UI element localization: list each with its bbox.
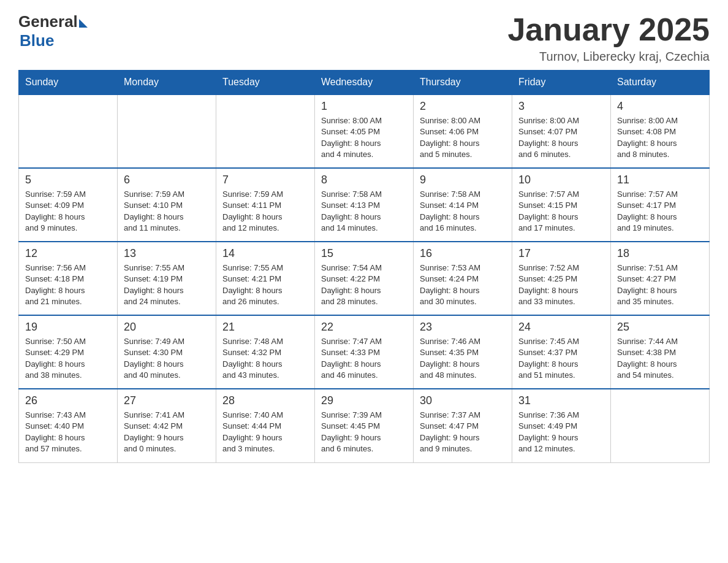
day-number: 18	[617, 247, 703, 260]
calendar-cell: 4Sunrise: 8:00 AM Sunset: 4:08 PM Daylig…	[611, 94, 710, 168]
calendar-cell: 16Sunrise: 7:53 AM Sunset: 4:24 PM Dayli…	[414, 242, 512, 315]
week-row-5: 26Sunrise: 7:43 AM Sunset: 4:40 PM Dayli…	[19, 389, 710, 462]
calendar-cell: 18Sunrise: 7:51 AM Sunset: 4:27 PM Dayli…	[611, 242, 710, 315]
day-info: Sunrise: 7:57 AM Sunset: 4:15 PM Dayligh…	[518, 189, 604, 234]
day-number: 6	[124, 174, 210, 186]
calendar-cell: 26Sunrise: 7:43 AM Sunset: 4:40 PM Dayli…	[19, 389, 118, 462]
day-info: Sunrise: 7:40 AM Sunset: 4:44 PM Dayligh…	[222, 410, 308, 454]
day-info: Sunrise: 7:48 AM Sunset: 4:32 PM Dayligh…	[222, 336, 308, 381]
calendar-cell	[118, 94, 216, 168]
logo-arrow-icon	[79, 19, 88, 28]
logo: General Blue	[18, 12, 88, 50]
title-section: January 2025 Turnov, Liberecky kraj, Cze…	[507, 12, 710, 64]
day-number: 28	[222, 394, 308, 407]
calendar-cell: 21Sunrise: 7:48 AM Sunset: 4:32 PM Dayli…	[216, 315, 315, 389]
day-number: 5	[25, 174, 111, 186]
day-number: 22	[321, 321, 407, 334]
day-info: Sunrise: 7:47 AM Sunset: 4:33 PM Dayligh…	[321, 336, 407, 381]
calendar-cell: 13Sunrise: 7:55 AM Sunset: 4:19 PM Dayli…	[118, 242, 216, 315]
calendar-cell: 12Sunrise: 7:56 AM Sunset: 4:18 PM Dayli…	[19, 242, 118, 315]
day-info: Sunrise: 7:37 AM Sunset: 4:47 PM Dayligh…	[420, 410, 506, 454]
page-header: General Blue January 2025 Turnov, Libere…	[18, 12, 710, 64]
calendar-cell: 9Sunrise: 7:58 AM Sunset: 4:14 PM Daylig…	[414, 168, 512, 242]
day-info: Sunrise: 7:52 AM Sunset: 4:25 PM Dayligh…	[518, 262, 604, 307]
logo-general-text: General	[18, 12, 78, 31]
calendar-cell: 29Sunrise: 7:39 AM Sunset: 4:45 PM Dayli…	[315, 389, 414, 462]
calendar-cell: 1Sunrise: 8:00 AM Sunset: 4:05 PM Daylig…	[315, 94, 414, 168]
calendar-cell	[19, 94, 118, 168]
col-header-friday: Friday	[512, 71, 611, 95]
day-info: Sunrise: 7:51 AM Sunset: 4:27 PM Dayligh…	[617, 262, 703, 307]
calendar-cell: 14Sunrise: 7:55 AM Sunset: 4:21 PM Dayli…	[216, 242, 315, 315]
day-number: 26	[25, 394, 111, 407]
day-info: Sunrise: 7:44 AM Sunset: 4:38 PM Dayligh…	[617, 336, 703, 381]
day-number: 12	[25, 247, 111, 260]
calendar-cell: 28Sunrise: 7:40 AM Sunset: 4:44 PM Dayli…	[216, 389, 315, 462]
col-header-thursday: Thursday	[414, 71, 512, 95]
day-info: Sunrise: 7:50 AM Sunset: 4:29 PM Dayligh…	[25, 336, 111, 381]
col-header-tuesday: Tuesday	[216, 71, 315, 95]
day-info: Sunrise: 8:00 AM Sunset: 4:08 PM Dayligh…	[617, 115, 703, 160]
day-number: 31	[518, 394, 604, 407]
day-number: 9	[420, 174, 506, 186]
col-header-sunday: Sunday	[19, 71, 118, 95]
day-number: 24	[518, 321, 604, 334]
day-info: Sunrise: 7:49 AM Sunset: 4:30 PM Dayligh…	[124, 336, 210, 381]
col-header-wednesday: Wednesday	[315, 71, 414, 95]
day-number: 19	[25, 321, 111, 334]
day-info: Sunrise: 7:56 AM Sunset: 4:18 PM Dayligh…	[25, 262, 111, 307]
calendar-cell: 31Sunrise: 7:36 AM Sunset: 4:49 PM Dayli…	[512, 389, 611, 462]
calendar-cell: 10Sunrise: 7:57 AM Sunset: 4:15 PM Dayli…	[512, 168, 611, 242]
calendar-cell: 8Sunrise: 7:58 AM Sunset: 4:13 PM Daylig…	[315, 168, 414, 242]
day-number: 23	[420, 321, 506, 334]
week-row-1: 1Sunrise: 8:00 AM Sunset: 4:05 PM Daylig…	[19, 94, 710, 168]
day-number: 25	[617, 321, 703, 334]
day-info: Sunrise: 7:43 AM Sunset: 4:40 PM Dayligh…	[25, 410, 111, 454]
calendar-header-row: SundayMondayTuesdayWednesdayThursdayFrid…	[19, 71, 710, 95]
calendar-cell	[216, 94, 315, 168]
day-number: 1	[321, 100, 407, 113]
day-number: 20	[124, 321, 210, 334]
day-info: Sunrise: 8:00 AM Sunset: 4:06 PM Dayligh…	[420, 115, 506, 160]
day-number: 2	[420, 100, 506, 113]
month-title: January 2025	[507, 12, 710, 47]
week-row-3: 12Sunrise: 7:56 AM Sunset: 4:18 PM Dayli…	[19, 242, 710, 315]
calendar-cell: 23Sunrise: 7:46 AM Sunset: 4:35 PM Dayli…	[414, 315, 512, 389]
day-info: Sunrise: 7:58 AM Sunset: 4:14 PM Dayligh…	[420, 189, 506, 234]
day-number: 17	[518, 247, 604, 260]
day-info: Sunrise: 7:36 AM Sunset: 4:49 PM Dayligh…	[518, 410, 604, 454]
day-number: 21	[222, 321, 308, 334]
calendar-cell: 27Sunrise: 7:41 AM Sunset: 4:42 PM Dayli…	[118, 389, 216, 462]
day-number: 27	[124, 394, 210, 407]
week-row-2: 5Sunrise: 7:59 AM Sunset: 4:09 PM Daylig…	[19, 168, 710, 242]
logo-blue-text: Blue	[20, 31, 54, 50]
day-info: Sunrise: 7:59 AM Sunset: 4:11 PM Dayligh…	[222, 189, 308, 234]
day-info: Sunrise: 7:55 AM Sunset: 4:21 PM Dayligh…	[222, 262, 308, 307]
calendar-cell: 6Sunrise: 7:59 AM Sunset: 4:10 PM Daylig…	[118, 168, 216, 242]
day-info: Sunrise: 8:00 AM Sunset: 4:07 PM Dayligh…	[518, 115, 604, 160]
day-info: Sunrise: 7:41 AM Sunset: 4:42 PM Dayligh…	[124, 410, 210, 454]
day-number: 3	[518, 100, 604, 113]
location-title: Turnov, Liberecky kraj, Czechia	[507, 50, 710, 64]
day-number: 4	[617, 100, 703, 113]
day-info: Sunrise: 7:54 AM Sunset: 4:22 PM Dayligh…	[321, 262, 407, 307]
day-info: Sunrise: 7:58 AM Sunset: 4:13 PM Dayligh…	[321, 189, 407, 234]
day-number: 29	[321, 394, 407, 407]
calendar-table: SundayMondayTuesdayWednesdayThursdayFrid…	[18, 70, 710, 463]
day-info: Sunrise: 7:53 AM Sunset: 4:24 PM Dayligh…	[420, 262, 506, 307]
day-info: Sunrise: 7:59 AM Sunset: 4:10 PM Dayligh…	[124, 189, 210, 234]
day-info: Sunrise: 7:59 AM Sunset: 4:09 PM Dayligh…	[25, 189, 111, 234]
calendar-cell: 11Sunrise: 7:57 AM Sunset: 4:17 PM Dayli…	[611, 168, 710, 242]
day-number: 16	[420, 247, 506, 260]
calendar-cell: 20Sunrise: 7:49 AM Sunset: 4:30 PM Dayli…	[118, 315, 216, 389]
calendar-cell	[611, 389, 710, 462]
calendar-cell: 19Sunrise: 7:50 AM Sunset: 4:29 PM Dayli…	[19, 315, 118, 389]
day-number: 10	[518, 174, 604, 186]
day-number: 8	[321, 174, 407, 186]
week-row-4: 19Sunrise: 7:50 AM Sunset: 4:29 PM Dayli…	[19, 315, 710, 389]
day-info: Sunrise: 7:45 AM Sunset: 4:37 PM Dayligh…	[518, 336, 604, 381]
calendar-cell: 24Sunrise: 7:45 AM Sunset: 4:37 PM Dayli…	[512, 315, 611, 389]
calendar-cell: 22Sunrise: 7:47 AM Sunset: 4:33 PM Dayli…	[315, 315, 414, 389]
day-number: 30	[420, 394, 506, 407]
day-info: Sunrise: 7:46 AM Sunset: 4:35 PM Dayligh…	[420, 336, 506, 381]
